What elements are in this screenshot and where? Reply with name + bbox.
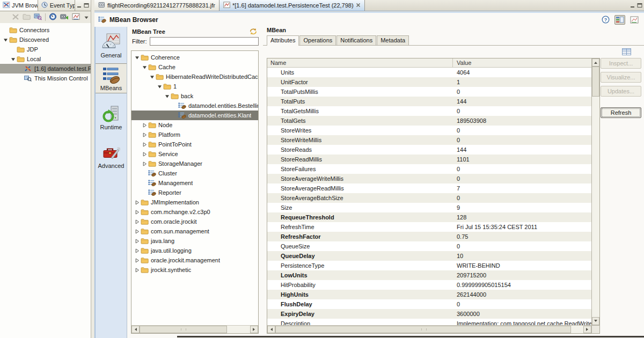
layout-toggle-icon[interactable]	[614, 15, 625, 25]
scroll-left-icon[interactable]	[131, 326, 140, 333]
updates-button[interactable]: Updates...	[601, 86, 641, 97]
tree-item[interactable]: Platform	[131, 130, 258, 139]
table-row[interactable]: QueueDelay10	[267, 251, 591, 261]
maximize-icon[interactable]	[637, 3, 642, 8]
tree-item[interactable]: com.sun.management	[131, 226, 258, 236]
table-hscrollbar[interactable]	[267, 325, 591, 333]
expander-icon[interactable]	[164, 94, 171, 99]
minimize-icon[interactable]	[630, 3, 635, 8]
expander-icon[interactable]	[134, 219, 141, 224]
chart-icon[interactable]	[72, 13, 80, 21]
expander-icon[interactable]	[134, 248, 141, 253]
table-row[interactable]: StoreWrites0	[267, 126, 591, 135]
tree-item[interactable]: oracle.jrockit.management	[131, 255, 258, 265]
view-tab-event-typ[interactable]: Event Typ	[38, 0, 75, 11]
menu-dropdown-icon[interactable]	[84, 14, 89, 20]
expander-icon[interactable]	[134, 55, 141, 60]
expander-icon[interactable]	[141, 65, 148, 70]
sidebar-item-mbeans[interactable]: MBeans	[96, 63, 127, 93]
table-row[interactable]: StoreReads144	[267, 145, 591, 155]
close-icon[interactable]	[356, 2, 361, 9]
tab-notifications[interactable]: Notifications	[336, 35, 376, 45]
table-row[interactable]: TotalGetsMillis0	[267, 106, 591, 116]
tab-metadata[interactable]: Metadata	[377, 35, 409, 45]
charts-toggle-icon[interactable]	[629, 15, 640, 25]
tree-item[interactable]: 1	[131, 82, 258, 91]
expander-icon[interactable]	[134, 239, 141, 244]
table-row[interactable]: StoreAverageBatchSize0	[267, 193, 591, 203]
scroll-right-icon[interactable]	[583, 326, 591, 333]
tree-item[interactable]: [1.6] datamodel.test.Per	[0, 64, 91, 74]
tree-item[interactable]: datamodel.entities.Bestelling	[131, 101, 258, 111]
refresh-button[interactable]: Refresh	[601, 107, 641, 118]
mbean-tree-hscrollbar[interactable]	[131, 325, 258, 333]
expander-icon[interactable]	[141, 133, 148, 137]
tree-item[interactable]: Management	[131, 178, 258, 188]
disconnect-icon[interactable]	[12, 13, 19, 21]
table-row[interactable]: TotalPutsMillis0	[267, 87, 591, 97]
editor-tab[interactable]: *[1.6] datamodel.test.PersistenceTest (2…	[219, 0, 365, 11]
expander-icon[interactable]	[134, 258, 141, 263]
inspect-button[interactable]: Inspect...	[601, 58, 641, 69]
table-row[interactable]: Units4064	[267, 68, 591, 77]
table-row[interactable]: UnitFactor1	[267, 77, 591, 87]
table-layout-icon[interactable]	[622, 48, 631, 56]
table-row[interactable]: LowUnits209715200	[267, 270, 591, 280]
sync-icon[interactable]	[250, 28, 257, 35]
scroll-up-icon[interactable]	[592, 58, 599, 67]
tree-item[interactable]: datamodel.entities.Klant	[131, 111, 258, 120]
tree-item[interactable]: java.util.logging	[131, 246, 258, 255]
scroll-track[interactable]	[140, 326, 250, 333]
tree-item[interactable]: Local	[0, 54, 91, 64]
tree-item[interactable]: StorageManager	[131, 159, 258, 168]
expander-icon[interactable]	[134, 200, 141, 205]
table-row[interactable]: StoreWriteMillis0	[267, 135, 591, 145]
tree-item[interactable]: Cluster	[131, 168, 258, 178]
scroll-thumb[interactable]	[592, 67, 599, 97]
scroll-track[interactable]	[275, 326, 583, 333]
tree-item[interactable]: Connectors	[0, 25, 91, 35]
new-folder-icon[interactable]	[23, 13, 31, 21]
tree-item[interactable]: jrockit.synthetic	[131, 265, 258, 275]
new-connection-icon[interactable]	[34, 13, 42, 21]
expander-icon[interactable]	[156, 84, 163, 89]
scroll-left-icon[interactable]	[267, 326, 275, 333]
table-row[interactable]: StoreFailures0	[267, 164, 591, 174]
table-row[interactable]: TotalPuts144	[267, 97, 591, 106]
expander-icon[interactable]	[134, 229, 141, 234]
expander-icon[interactable]	[149, 75, 156, 79]
scroll-track[interactable]	[592, 67, 599, 317]
expander-icon[interactable]	[141, 152, 148, 157]
tree-item[interactable]: java.lang	[131, 236, 258, 246]
view-tab-jvm-brow[interactable]: JVM Brow	[0, 0, 38, 11]
expander-icon[interactable]	[134, 268, 141, 273]
expander-icon[interactable]	[141, 142, 148, 147]
filter-input[interactable]	[150, 37, 259, 46]
expander-icon[interactable]	[141, 123, 148, 128]
tree-item[interactable]: HibernateReadWriteDistributedCache	[131, 72, 258, 82]
table-row[interactable]: StoreAverageReadMillis7	[267, 183, 591, 193]
tab-operations[interactable]: Operations	[299, 35, 336, 45]
table-row[interactable]: ExpiryDelay3600000	[267, 309, 591, 319]
table-row[interactable]: RefreshFactor0.75	[267, 232, 591, 241]
table-row[interactable]: HitProbability0.999999905015154	[267, 280, 591, 290]
column-header-name[interactable]: Name	[267, 58, 453, 67]
tab-attributes[interactable]: Attributes	[267, 35, 299, 46]
tree-item[interactable]: PointToPoint	[131, 139, 258, 149]
help-icon[interactable]: ?	[601, 14, 611, 25]
scroll-right-icon[interactable]	[250, 326, 258, 333]
scroll-down-icon[interactable]	[592, 317, 599, 325]
table-row[interactable]: PersistenceTypeWRITE-BEHIND	[267, 261, 591, 270]
tree-item[interactable]: back	[131, 91, 258, 101]
table-row[interactable]: RequeueThreshold128	[267, 212, 591, 222]
sidebar-item-advanced[interactable]: Advanced	[96, 142, 127, 171]
table-row[interactable]: RefreshTimeFri Jul 15 15:35:24 CEST 2011	[267, 222, 591, 232]
expander-icon[interactable]	[10, 57, 17, 62]
scroll-thumb[interactable]	[275, 326, 571, 333]
table-vscrollbar[interactable]	[591, 58, 599, 325]
expander-icon[interactable]	[2, 38, 9, 42]
table-row[interactable]: FlushDelay0	[267, 299, 591, 309]
tree-item[interactable]: JDP	[0, 45, 91, 54]
expander-icon[interactable]	[141, 161, 148, 166]
flight-recorder-icon[interactable]	[60, 13, 69, 21]
